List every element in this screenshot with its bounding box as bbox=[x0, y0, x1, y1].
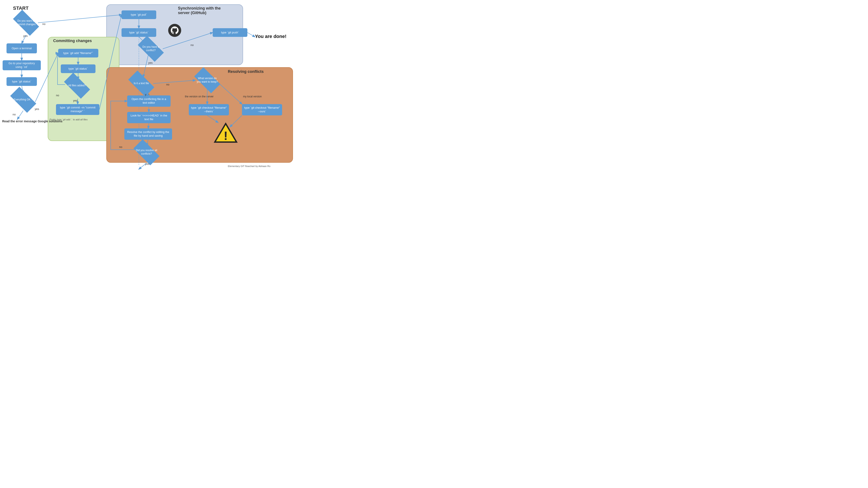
start-title: START bbox=[13, 5, 29, 11]
done-label: You are done! bbox=[255, 34, 286, 39]
yes-label-ok: yes bbox=[35, 107, 39, 110]
no-label-ok: no bbox=[12, 113, 16, 116]
sync-region-title: Synchronizing with theserver (GitHub) bbox=[178, 6, 221, 15]
local-version-label: my local version bbox=[243, 95, 262, 98]
what-version-text: What version do you want to keep? bbox=[196, 77, 218, 84]
yes-label-textfile: yes bbox=[145, 93, 149, 96]
yes-label-conflict: yes bbox=[148, 61, 153, 64]
commit-region-title: Committing changes bbox=[53, 39, 92, 43]
did-resolve-text: Did you resolve all conflicts? bbox=[135, 149, 157, 156]
server-version-label: the version on the server bbox=[185, 95, 214, 98]
resolve-conflict-box: Resolve the conflict by editing the file… bbox=[124, 128, 172, 140]
open-terminal-box: Open a terminal bbox=[6, 43, 37, 53]
open-conflict-file-box: Open the conflicting file in a text edit… bbox=[127, 95, 170, 107]
yes-label-resolve: yes bbox=[145, 162, 149, 165]
git-push-box: type `git push` bbox=[213, 28, 247, 37]
commit-decision-text: Do you want to commit changes bbox=[15, 19, 37, 26]
no-label-textfile: no bbox=[166, 83, 169, 86]
everything-ok-diamond: Everything OK ? bbox=[10, 87, 36, 113]
git-add-box: type `git add "filename"` bbox=[58, 49, 98, 58]
git-status-green-box: type `git status` bbox=[61, 64, 95, 73]
warning-triangle: ! bbox=[214, 123, 238, 144]
no-label-resolve: no bbox=[119, 145, 122, 149]
have-conflict-text: Do you have a conflict? bbox=[140, 45, 162, 52]
commit-decision-diamond: Do you want to commit changes bbox=[13, 10, 39, 36]
is-text-file-text: Is it a text file bbox=[130, 82, 152, 85]
no-label-files: no bbox=[56, 94, 59, 97]
git-status-left-box: type `git status` bbox=[6, 77, 37, 86]
git-status-blue-box: type `git status` bbox=[122, 28, 156, 37]
all-files-added-text: All files added? bbox=[66, 84, 88, 88]
protip-label: Protip: type `git add .` to add all file… bbox=[50, 118, 88, 121]
git-checkout-theirs-box: type `git checkout "filename" --theirs` bbox=[189, 104, 229, 116]
no-label-commit: no bbox=[42, 22, 45, 26]
conflict-region-title: Resolving conflicts bbox=[228, 69, 264, 74]
github-icon bbox=[168, 24, 181, 37]
git-pull-box: type `git pull` bbox=[122, 10, 156, 19]
footer-text: Elementary GIT flowchart by Adriaan Ro bbox=[228, 165, 270, 167]
git-checkout-ours-box: type `git checkout "filename" --ours` bbox=[242, 104, 282, 116]
look-head-box: Look for `<<<<<HEAD` in the text file bbox=[127, 112, 170, 123]
no-label-conflict: no bbox=[190, 43, 193, 46]
yes-label-files: yes bbox=[73, 99, 78, 102]
git-commit-box: type `git commit –m "commit message" ` bbox=[56, 104, 99, 115]
svg-text:!: ! bbox=[224, 129, 228, 142]
svg-line-16 bbox=[247, 33, 255, 37]
go-repo-box: Go to your repository using `cd` bbox=[3, 60, 41, 70]
yes-label-commit: yes bbox=[23, 34, 28, 37]
everything-ok-text: Everything OK ? bbox=[12, 98, 34, 101]
svg-line-8 bbox=[18, 110, 23, 119]
